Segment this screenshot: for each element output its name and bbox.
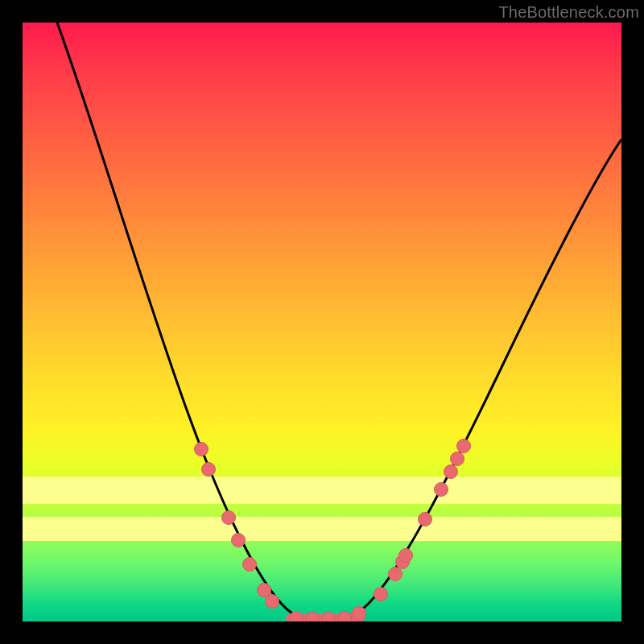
data-marker xyxy=(322,613,336,622)
bottleneck-curve xyxy=(57,23,621,619)
data-marker xyxy=(399,549,413,563)
data-marker xyxy=(306,613,320,622)
data-marker xyxy=(374,588,388,601)
data-marker xyxy=(444,465,458,479)
data-marker xyxy=(353,607,366,621)
data-marker xyxy=(338,612,352,622)
data-marker xyxy=(258,584,271,597)
data-marker xyxy=(419,513,432,526)
data-marker xyxy=(389,568,402,581)
data-marker xyxy=(195,443,208,456)
data-marker xyxy=(202,463,216,477)
data-marker xyxy=(266,595,279,609)
data-marker xyxy=(243,558,257,572)
data-marker xyxy=(457,440,471,453)
data-marker xyxy=(451,452,464,466)
curve-layer xyxy=(23,23,621,621)
data-marker xyxy=(232,534,246,547)
data-marker xyxy=(435,483,448,497)
data-marker xyxy=(222,511,236,525)
plot-area xyxy=(23,23,621,621)
watermark-text: TheBottleneck.com xyxy=(498,3,639,22)
chart-frame: TheBottleneck.com xyxy=(0,0,644,644)
data-marker xyxy=(290,612,303,622)
